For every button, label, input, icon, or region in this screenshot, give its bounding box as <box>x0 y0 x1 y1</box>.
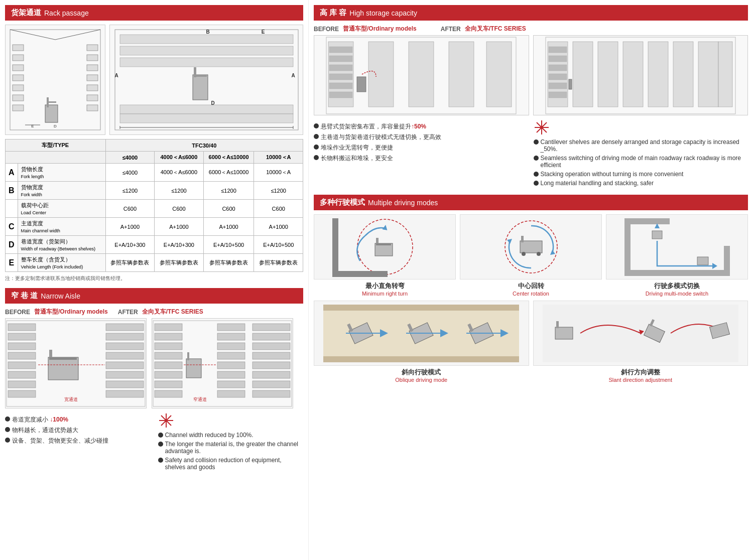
storage-bullet-2-text: 主巷道与货架巷道行驶模式无缝切换，更高效 <box>321 133 441 142</box>
bullet-dot <box>5 416 10 422</box>
svg-rect-27 <box>120 105 293 114</box>
svg-text:E: E <box>31 124 34 128</box>
bullet-dot <box>314 145 319 150</box>
row-letter-a: A <box>6 164 18 182</box>
table-type-header: 车型/TYPE <box>6 139 106 152</box>
table-empty <box>6 152 106 164</box>
svg-rect-14 <box>87 85 98 91</box>
svg-rect-18 <box>47 97 49 107</box>
cell-b2: ≤1200 <box>155 182 204 200</box>
svg-rect-84 <box>253 333 290 340</box>
cell-d1: E+A/10+300 <box>105 236 155 254</box>
svg-rect-149 <box>652 231 662 239</box>
rack-passage-title-en: Rack passage <box>44 9 89 17</box>
svg-point-95 <box>165 419 168 422</box>
svg-rect-134 <box>376 243 391 245</box>
narrow-bullet-2: 物料越长，通道优势越大 <box>5 426 151 435</box>
row-letter-empty <box>6 200 18 218</box>
svg-rect-7 <box>13 85 24 91</box>
bullet-dot <box>314 123 319 128</box>
svg-rect-24 <box>120 35 293 44</box>
high-storage-title-zh: 高 库 容 <box>320 8 346 18</box>
table-col4: 10000＜A <box>254 152 303 164</box>
storage-bullet-en-3-text: Stacking operation without turning is mo… <box>541 171 684 178</box>
svg-rect-101 <box>486 42 512 107</box>
svg-rect-63 <box>155 324 182 331</box>
svg-rect-9 <box>13 105 24 111</box>
svg-rect-86 <box>253 352 290 359</box>
min-turn-label-zh: 最小直角转弯 <box>365 282 405 291</box>
narrow-aisle-section: 窄 巷 道 Narrow Aisle BEFORE 普通车型/Ordinary … <box>5 288 303 473</box>
svg-rect-19 <box>49 101 56 103</box>
storage-bullet-en-4: Long material handling and stacking, saf… <box>534 180 748 187</box>
storage-bullet-3: 堆垛作业无需转弯，更便捷 <box>314 144 529 152</box>
bullet-dot <box>5 438 10 443</box>
table-row: C 主道宽度Main channel width A+1000 A+1000 A… <box>6 218 303 236</box>
storage-bullet-en-1: Cantilever shelves are densely arranged … <box>534 138 748 153</box>
narrow-ba-header: BEFORE 普通车型/Ordinary models AFTER 全向叉车/T… <box>5 308 303 316</box>
driving-modes-title-zh: 多种行驶模式 <box>320 198 365 207</box>
svg-rect-83 <box>253 324 290 331</box>
svg-rect-163 <box>555 327 573 339</box>
svg-rect-115 <box>673 42 693 107</box>
svg-marker-148 <box>712 263 717 269</box>
bullet-dot <box>158 433 163 438</box>
row-letter-e: E <box>6 254 18 272</box>
svg-rect-75 <box>217 362 245 369</box>
svg-rect-66 <box>155 352 182 359</box>
narrow-after-diagram: 窄通道 <box>152 318 293 408</box>
bullet-dot <box>158 442 163 447</box>
svg-marker-138 <box>550 250 555 255</box>
storage-before-label: BEFORE <box>314 26 339 33</box>
svg-rect-85 <box>253 343 290 350</box>
cell-b1: ≤1200 <box>105 182 155 200</box>
svg-rect-4 <box>13 55 24 61</box>
svg-rect-140 <box>520 241 542 253</box>
svg-rect-16 <box>87 105 98 111</box>
cell-lc3: C600 <box>203 200 254 218</box>
svg-rect-150 <box>697 257 708 265</box>
storage-bullet-1: 悬臂式货架密集布置，库容量提升↑50% <box>314 122 529 131</box>
svg-rect-145 <box>624 218 631 276</box>
svg-rect-50 <box>106 333 144 340</box>
row-letter-c: C <box>6 218 18 236</box>
cell-b3: ≤1200 <box>203 182 254 200</box>
row-label-b: 货物宽度Fork width <box>18 182 105 200</box>
svg-rect-106 <box>329 83 352 89</box>
table-tfc-header: TFC30/40 <box>105 139 303 152</box>
svg-point-129 <box>540 126 543 129</box>
cell-e1: 参照车辆参数表 <box>105 254 155 272</box>
svg-rect-55 <box>106 381 144 388</box>
storage-bullets-left: 悬臂式货架密集布置，库容量提升↑50% 主巷道与货架巷道行驶模式无缝切换，更高效… <box>314 119 529 189</box>
storage-after-label: AFTER <box>441 26 461 33</box>
bullet-dot <box>534 139 539 145</box>
storage-tfc-label: 全向叉车/TFC SERIES <box>465 25 526 33</box>
driving-mode-min-turn: 最小直角转弯 Minimum right turn <box>314 214 456 297</box>
narrow-after-svg: 窄通道 <box>152 320 293 407</box>
svg-rect-28 <box>120 114 293 123</box>
driving-modes-bottom-grid: 斜向行驶模式 Oblique driving mode <box>314 301 748 383</box>
svg-rect-90 <box>253 390 290 397</box>
svg-rect-74 <box>217 352 245 359</box>
cell-a1: ≤4000 <box>105 164 155 182</box>
svg-rect-44 <box>8 352 36 359</box>
svg-rect-105 <box>329 74 352 80</box>
svg-rect-45 <box>8 362 36 369</box>
cell-c4: A+1000 <box>254 218 303 236</box>
driving-diagram-slant <box>533 301 748 366</box>
driving-modes-top-grid: 最小直角转弯 Minimum right turn <box>314 214 748 297</box>
rack-passage-section: 货架通道 Rack passage <box>5 5 303 282</box>
storage-bullet-1-text: 悬臂式货架密集布置，库容量提升↑50% <box>321 122 426 131</box>
narrow-before-after: 宽通道 <box>5 318 303 408</box>
svg-rect-13 <box>87 75 98 81</box>
svg-rect-117 <box>718 42 732 107</box>
svg-rect-69 <box>155 381 182 388</box>
cell-e2: 参照车辆参数表 <box>155 254 204 272</box>
center-rotation-label-zh: 中心回转 <box>518 282 544 291</box>
storage-before-svg <box>326 37 517 114</box>
narrow-aisle-header: 窄 巷 道 Narrow Aisle <box>5 288 303 304</box>
svg-rect-87 <box>253 362 290 369</box>
row-label-e: 整车长度（含货叉）Vehicle Length (Fork included) <box>18 254 105 272</box>
narrow-bullet-en-2-text: The longer the material is, the greater … <box>165 441 304 455</box>
cell-a2: 4000＜A≤6000 <box>155 164 204 182</box>
